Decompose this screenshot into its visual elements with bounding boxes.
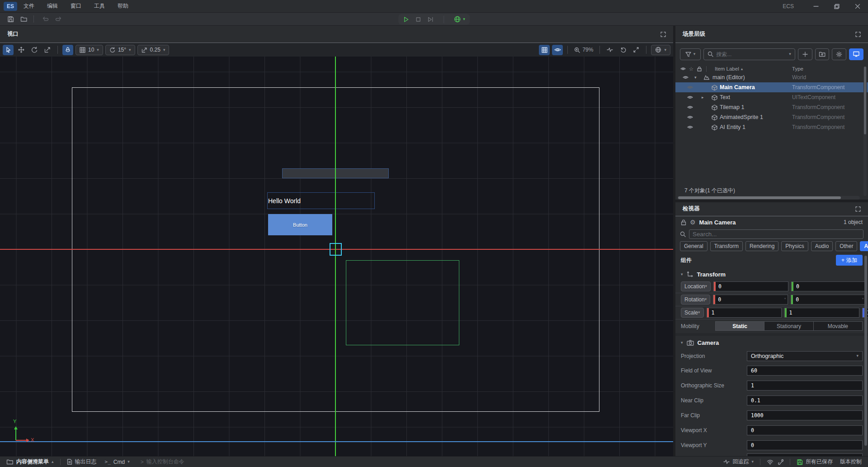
viewport-expand-icon[interactable] [660,32,666,37]
inspector-vertical-scrollbar[interactable] [864,256,867,446]
scale-y-field[interactable] [784,308,859,318]
tab-audio[interactable]: Audio [811,241,833,251]
tree-row-ai-entity[interactable]: AI Entity 1 TransformComponent [675,122,868,132]
output-log-button[interactable]: 输出日志 [67,458,97,466]
entity-bounds-rect[interactable] [346,260,459,345]
mobility-movable[interactable]: Movable [814,322,862,330]
visibility-toggle-button[interactable] [552,45,563,55]
redo-icon[interactable] [53,14,65,24]
fullscreen-icon[interactable] [631,45,642,55]
inspector-search-input[interactable] [693,231,860,238]
tab-transform[interactable]: Transform [710,241,743,251]
trace-button[interactable]: 回追踪 ▾ [723,458,754,466]
console-command-input[interactable]: > 输入控制台命令 [141,458,184,466]
hierarchy-vertical-scrollbar[interactable] [863,67,867,196]
open-folder-icon[interactable] [18,14,30,24]
menu-window[interactable]: 窗口 [64,0,88,12]
tab-general[interactable]: General [680,241,708,251]
select-tool-button[interactable] [3,45,14,55]
content-drawer-button[interactable]: 内容侧滑菜单 ▴ [6,458,54,466]
viewport-x-input[interactable] [747,425,863,435]
play-icon[interactable] [403,16,409,23]
menu-edit[interactable]: 编辑 [41,0,64,12]
eye-icon[interactable] [686,85,693,90]
tab-physics[interactable]: Physics [781,241,808,251]
tree-row-main[interactable]: ▾ main (Editor) World [675,72,868,82]
tree-row-text[interactable]: ▸ Text UITextComponent [675,92,868,102]
grid-toggle-button[interactable] [539,45,550,55]
menu-help[interactable]: 帮助 [111,0,135,12]
hierarchy-settings-button[interactable] [832,48,846,60]
location-x-field[interactable] [713,281,788,291]
tree-row-animatedsprite[interactable]: AnimatedSprite 1 TransformComponent [675,112,868,122]
hierarchy-search[interactable]: ▾ [703,48,795,60]
add-folder-button[interactable] [815,48,830,60]
save-icon[interactable] [5,14,16,24]
field-of-view-input[interactable] [747,366,863,376]
text-object[interactable]: Hello World [267,192,375,209]
chevron-down-icon[interactable]: ▾ [681,272,683,276]
hierarchy-search-input[interactable] [716,51,786,57]
far-clip-input[interactable] [747,410,863,420]
scale-tool-button[interactable] [42,45,53,55]
reset-view-icon[interactable] [618,45,628,55]
globe-chevron-icon[interactable]: ▾ [463,17,465,21]
near-clip-input[interactable] [747,396,863,405]
location-y-field[interactable] [791,281,866,291]
viewport-y-input[interactable] [747,440,863,450]
camera-selection-box[interactable] [330,243,342,256]
menu-file[interactable]: 文件 [17,0,41,12]
rotation-y-field[interactable]: ° [791,295,866,305]
column-type[interactable]: Type [792,66,803,71]
plugin-icon[interactable] [778,459,783,465]
eye-icon[interactable] [686,125,693,129]
hierarchy-expand-icon[interactable] [855,32,861,37]
close-button[interactable] [847,0,868,12]
tab-other[interactable]: Other [835,241,857,251]
chevron-right-icon[interactable]: ▸ [702,95,704,100]
tab-all[interactable]: All [860,241,868,251]
save-status[interactable]: 所有已保存 [797,458,833,466]
eye-icon[interactable] [686,105,693,110]
lock-icon[interactable] [681,219,686,225]
rotate-tool-button[interactable] [29,45,40,55]
tab-rendering[interactable]: Rendering [745,241,778,251]
rotation-x-field[interactable]: ° [713,295,788,305]
transform-section-header[interactable]: ▾ Transform [675,268,868,280]
eye-icon[interactable] [686,115,693,119]
mobility-static[interactable]: Static [716,322,764,330]
cmd-button[interactable]: >_ Cmd ▾ [105,459,130,465]
step-icon[interactable] [427,17,434,22]
menu-tools[interactable]: 工具 [88,0,111,12]
scale-dropdown[interactable]: Scale▾ [681,308,704,318]
move-tool-button[interactable] [16,45,27,55]
orthographic-size-input[interactable] [747,381,863,391]
zoom-level[interactable]: 79% [572,45,595,55]
stop-icon[interactable] [415,17,421,22]
version-control-button[interactable]: 版本控制 [840,458,862,466]
stats-icon[interactable] [604,45,615,55]
maximize-button[interactable] [826,0,847,12]
column-item-label[interactable]: Item Label [715,66,739,71]
scene-canvas[interactable]: Hello World Button Y X [0,57,673,456]
tree-row-main-camera[interactable]: Main Camera TransformComponent [675,82,868,92]
rotation-dropdown[interactable]: Rotation▾ [681,295,710,305]
filter-button[interactable]: ▾ [680,48,701,60]
mobility-stationary[interactable]: Stationary [764,322,813,330]
projection-dropdown[interactable]: Orthographic ▾ [747,351,863,361]
add-entity-button[interactable] [798,48,812,60]
undo-icon[interactable] [39,14,51,24]
tree-row-tilemap[interactable]: Tilemap 1 TransformComponent [675,102,868,112]
eye-icon[interactable] [682,75,689,80]
world-globe-icon[interactable]: ▾ [454,16,465,23]
camera-section-header[interactable]: ▾ Camera [675,336,868,349]
minimize-button[interactable] [806,0,826,12]
rotate-snap-dropdown[interactable]: 15° ▾ [105,45,135,55]
button-object[interactable]: Button [268,214,332,235]
gear-icon[interactable]: ⚙ [690,219,696,226]
viewport-globe-dropdown[interactable]: ▾ [651,45,670,55]
display-mode-button[interactable] [849,48,863,60]
network-icon[interactable] [767,459,774,465]
location-dropdown[interactable]: Location▾ [681,281,711,291]
add-component-button[interactable]: + 添加 [836,255,863,266]
